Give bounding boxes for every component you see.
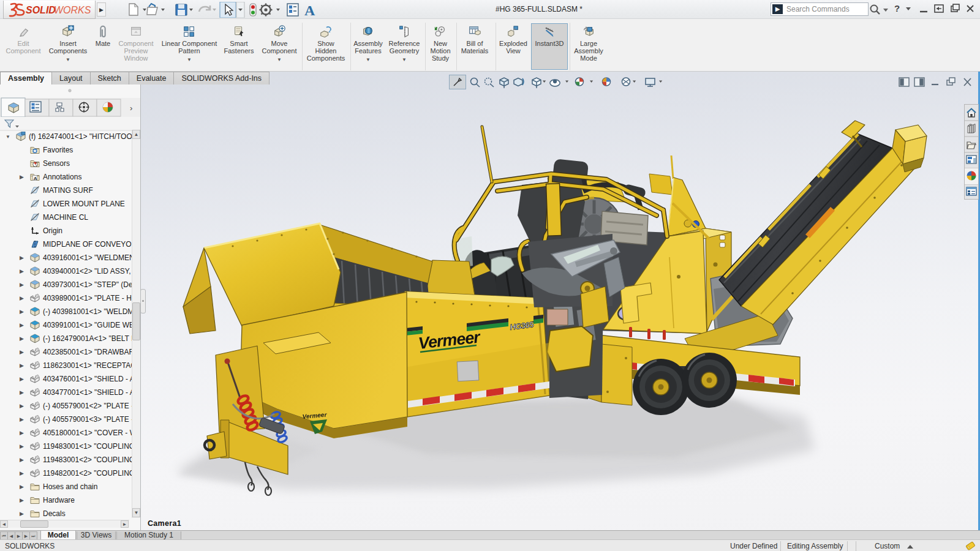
svg-text:WORKS: WORKS [54, 5, 91, 15]
svg-text:A: A [34, 176, 37, 181]
svg-text:A: A [304, 2, 315, 18]
svg-text:›: › [130, 103, 132, 113]
svg-text:SOLID: SOLID [26, 5, 56, 15]
